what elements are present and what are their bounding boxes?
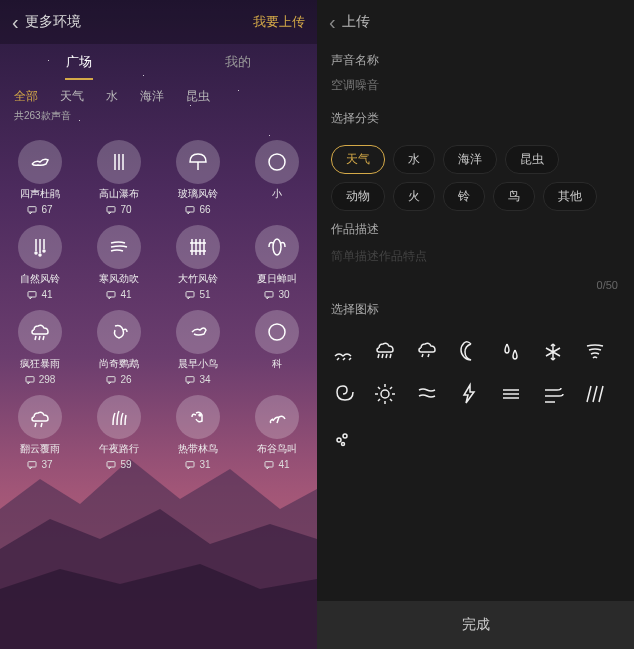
svg-point-10 (273, 239, 281, 255)
svg-rect-2 (186, 206, 194, 211)
sound-item[interactable]: 夏日蝉叫30 (237, 225, 316, 300)
svg-rect-16 (28, 461, 36, 466)
waves-icon[interactable] (415, 382, 439, 406)
bird2-icon (176, 395, 220, 439)
svg-rect-13 (107, 376, 115, 381)
chip-天气[interactable]: 天气 (331, 145, 385, 174)
chip-鸟[interactable]: 鸟 (493, 182, 535, 211)
bamboo-icon (176, 225, 220, 269)
tab-我的[interactable]: 我的 (159, 44, 318, 80)
cat-天气[interactable]: 天气 (60, 88, 84, 105)
sound-meta: 41 (105, 289, 131, 300)
slant-icon[interactable] (583, 382, 607, 406)
chip-水[interactable]: 水 (393, 145, 435, 174)
cat-昆虫[interactable]: 昆虫 (186, 88, 210, 105)
svg-point-23 (343, 434, 347, 438)
char-count: 0/50 (317, 277, 634, 293)
chip-动物[interactable]: 动物 (331, 182, 385, 211)
grass-icon (97, 395, 141, 439)
sound-item[interactable]: 寒风劲吹41 (79, 225, 158, 300)
tab-广场[interactable]: 广场 (0, 44, 159, 80)
sound-item[interactable]: 小 (237, 140, 316, 215)
iconsel-field: 选择图标 (317, 293, 634, 332)
bird3-icon (255, 395, 299, 439)
tornado-icon[interactable] (583, 340, 607, 364)
sound-name: 热带林鸟 (178, 442, 218, 456)
wind-icon (97, 225, 141, 269)
svg-point-24 (342, 443, 345, 446)
right-header: ‹ 上传 (317, 0, 634, 44)
svg-rect-11 (265, 291, 273, 296)
sound-meta: 37 (26, 459, 52, 470)
svg-rect-9 (186, 291, 194, 296)
spiral-icon[interactable] (331, 382, 355, 406)
sound-item[interactable]: 大竹风铃51 (158, 225, 237, 300)
svg-point-21 (381, 390, 389, 398)
sound-meta: 41 (263, 459, 289, 470)
snow-icon[interactable] (541, 340, 565, 364)
sound-name: 大竹风铃 (178, 272, 218, 286)
svg-rect-8 (107, 291, 115, 296)
right-title: 上传 (342, 13, 622, 31)
upload-link[interactable]: 我要上传 (253, 13, 305, 31)
sound-count: 共263款声音 (0, 109, 317, 129)
sound-meta: 67 (26, 204, 52, 215)
sound-item[interactable]: 翻云覆雨37 (0, 395, 79, 470)
tabs: 广场我的 (0, 44, 317, 80)
category-chips: 天气水海洋昆虫动物火铃鸟其他 (317, 141, 634, 213)
sound-meta: 59 (105, 459, 131, 470)
sun-icon[interactable] (373, 382, 397, 406)
back-icon[interactable]: ‹ (12, 11, 19, 34)
sound-item[interactable]: 尚奇鹦鹉26 (79, 310, 158, 385)
windlines-icon[interactable] (541, 382, 565, 406)
category-label: 选择分类 (331, 110, 620, 127)
done-button[interactable]: 完成 (317, 601, 634, 649)
bird-icon (18, 140, 62, 184)
lines-icon[interactable] (499, 382, 523, 406)
svg-point-5 (39, 254, 41, 256)
chip-火[interactable]: 火 (393, 182, 435, 211)
svg-rect-1 (107, 206, 115, 211)
svg-rect-7 (28, 291, 36, 296)
svg-rect-14 (186, 376, 194, 381)
cat-全部[interactable]: 全部 (14, 88, 38, 105)
moon-icon[interactable] (457, 340, 481, 364)
chip-其他[interactable]: 其他 (543, 182, 597, 211)
left-title: 更多环境 (25, 13, 253, 31)
desc-label: 作品描述 (331, 221, 620, 238)
sound-item[interactable]: 午夜路行59 (79, 395, 158, 470)
sound-item[interactable]: 疯狂暴雨298 (0, 310, 79, 385)
desc-placeholder[interactable]: 简单描述作品特点 (331, 244, 620, 269)
sound-name: 自然风铃 (20, 272, 60, 286)
sound-meta: 30 (263, 289, 289, 300)
sound-item[interactable]: 热带林鸟31 (158, 395, 237, 470)
sound-name: 科 (272, 357, 282, 371)
cat-水[interactable]: 水 (106, 88, 118, 105)
sound-item[interactable]: 自然风铃41 (0, 225, 79, 300)
splash-icon[interactable] (331, 424, 355, 448)
lightning-icon[interactable] (457, 382, 481, 406)
sound-name: 小 (272, 187, 282, 201)
sound-item[interactable]: 科 (237, 310, 316, 385)
back-icon[interactable]: ‹ (329, 11, 336, 34)
chip-海洋[interactable]: 海洋 (443, 145, 497, 174)
sound-item[interactable]: 四声杜鹃67 (0, 140, 79, 215)
cat-海洋[interactable]: 海洋 (140, 88, 164, 105)
sound-name: 晨早小鸟 (178, 357, 218, 371)
chime-icon (18, 225, 62, 269)
chip-昆虫[interactable]: 昆虫 (505, 145, 559, 174)
sound-item[interactable]: 玻璃风铃66 (158, 140, 237, 215)
rainlight-icon[interactable] (415, 340, 439, 364)
svg-point-15 (269, 324, 285, 340)
drops-icon[interactable] (499, 340, 523, 364)
sand-icon[interactable] (331, 340, 355, 364)
sound-name: 布谷鸟叫 (257, 442, 297, 456)
chip-铃[interactable]: 铃 (443, 182, 485, 211)
cicada-icon (255, 225, 299, 269)
sound-item[interactable]: 晨早小鸟34 (158, 310, 237, 385)
svg-rect-12 (26, 376, 34, 381)
rainheavy-icon[interactable] (373, 340, 397, 364)
sound-item[interactable]: 布谷鸟叫41 (237, 395, 316, 470)
name-input[interactable] (331, 76, 606, 94)
sound-item[interactable]: 高山瀑布70 (79, 140, 158, 215)
